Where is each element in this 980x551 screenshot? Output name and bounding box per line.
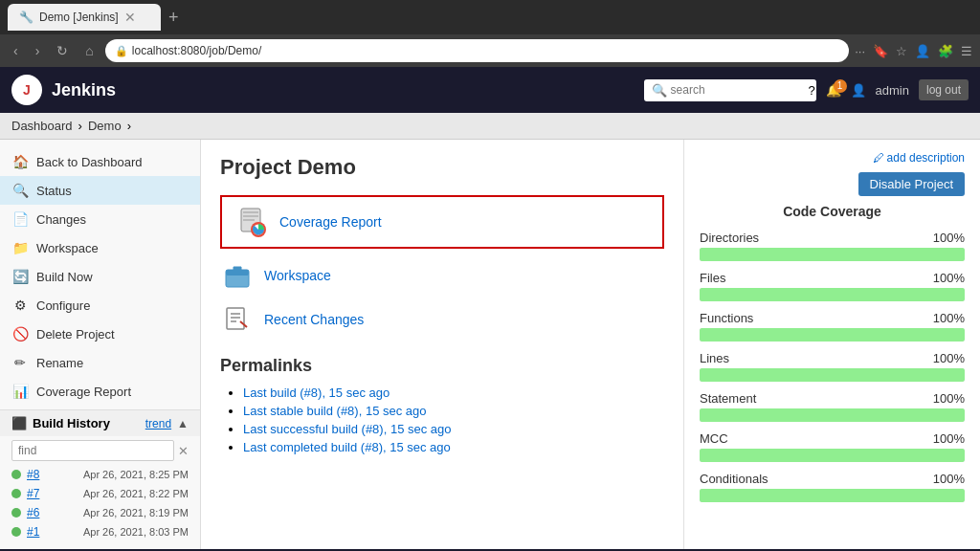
tab-favicon: 🔧 [19, 11, 33, 24]
sidebar-item-workspace[interactable]: 📁Workspace [0, 233, 200, 262]
nav-bookmark-icon[interactable]: 🔖 [873, 44, 888, 58]
recent-changes-item[interactable]: Recent Changes [220, 302, 664, 337]
build-list-item: #8Apr 26, 2021, 8:25 PM [0, 465, 200, 484]
nav-menu-icon[interactable]: ☰ [961, 44, 972, 58]
coverage-bar-bg-lines [700, 368, 965, 382]
coverage-row-statement: Statement 100% [700, 391, 965, 422]
coverage-row-directories: Directories 100% [700, 231, 965, 261]
content-area: Project Demo Coverage Report [201, 140, 683, 549]
sidebar-item-build-now[interactable]: 🔄Build Now [0, 262, 200, 291]
coverage-bar-fill-files [700, 288, 965, 301]
address-bar[interactable]: 🔒 localhost:8080/job/Demo/ [105, 39, 849, 62]
sidebar-label-changes: Changes [36, 212, 86, 227]
coverage-row-functions: Functions 100% [700, 311, 965, 342]
main-layout: 🏠Back to Dashboard🔍Status📄Changes📁Worksp… [0, 140, 980, 549]
sidebar-label-coverage-report: Coverage Report [36, 385, 131, 399]
build-find-input[interactable] [11, 440, 174, 461]
breadcrumb-dashboard[interactable]: Dashboard [11, 119, 73, 133]
forward-button[interactable]: › [30, 41, 46, 60]
new-tab-button[interactable]: + [168, 8, 179, 28]
sidebar-item-status[interactable]: 🔍Status [0, 176, 200, 205]
build-date: Apr 26, 2021, 8:03 PM [83, 526, 189, 538]
build-number-link[interactable]: #7 [27, 487, 39, 500]
coverage-bar-fill-statement [700, 408, 965, 422]
build-history-collapse[interactable]: ▲ [177, 417, 189, 430]
coverage-bar-bg-mcc [700, 449, 965, 462]
coverage-bar-fill-mcc [700, 449, 965, 462]
breadcrumb-sep2: › [127, 119, 131, 133]
svg-rect-1 [243, 211, 258, 213]
browser-tab-active[interactable]: 🔧 Demo [Jenkins] ✕ [8, 4, 161, 31]
coverage-label-functions: Functions [700, 311, 753, 325]
sidebar-label-status: Status [36, 184, 72, 198]
permalinks-title: Permalinks [220, 356, 664, 376]
build-list-item: #6Apr 26, 2021, 8:19 PM [0, 503, 200, 522]
permalink-link[interactable]: Last build (#8), 15 sec ago [243, 386, 390, 400]
sidebar-icon-configure: ⚙ [11, 297, 29, 314]
build-date: Apr 26, 2021, 8:25 PM [83, 469, 189, 480]
coverage-bar-fill-conditionals [700, 489, 965, 502]
home-button[interactable]: ⌂ [79, 41, 99, 60]
sidebar-item-changes[interactable]: 📄Changes [0, 205, 200, 233]
workspace-item[interactable]: Workspace [220, 258, 664, 293]
workspace-link[interactable]: Workspace [264, 268, 331, 283]
address-text: localhost:8080/job/Demo/ [132, 44, 261, 57]
add-description-link[interactable]: 🖊 add description [873, 151, 965, 165]
build-number-link[interactable]: #6 [27, 506, 39, 519]
permalink-link[interactable]: Last successful build (#8), 15 sec ago [243, 422, 452, 436]
user-name[interactable]: admin [876, 83, 909, 98]
permalink-link[interactable]: Last completed build (#8), 15 sec ago [243, 440, 451, 454]
build-history-icon: ⬛ [11, 416, 27, 430]
coverage-bar-fill-directories [700, 248, 965, 261]
build-history-trend-link[interactable]: trend [145, 417, 171, 430]
nav-extensions-icon[interactable]: 🧩 [938, 44, 953, 58]
permalink-item: Last completed build (#8), 15 sec ago [243, 440, 664, 454]
sidebar-icon-build-now: 🔄 [11, 268, 29, 285]
coverage-pct-lines: 100% [933, 351, 965, 365]
sidebar-label-configure: Configure [36, 298, 90, 313]
build-find-clear-button[interactable]: ✕ [178, 444, 189, 458]
coverage-label-statement: Statement [700, 391, 756, 406]
add-desc-icon: 🖊 [873, 151, 884, 165]
refresh-button[interactable]: ↻ [51, 41, 74, 60]
logout-button[interactable]: log out [919, 79, 969, 100]
coverage-label-conditionals: Conditionals [700, 472, 768, 486]
nav-star-icon[interactable]: ☆ [896, 44, 907, 58]
build-status-dot [11, 508, 21, 518]
sidebar-item-rename[interactable]: ✏Rename [0, 348, 200, 377]
breadcrumb-demo[interactable]: Demo [88, 119, 122, 133]
coverage-actions: 🖊 add description [700, 151, 965, 165]
coverage-report-item[interactable]: Coverage Report [220, 195, 664, 249]
notification-bell[interactable]: 🔔 1 [826, 83, 841, 98]
sidebar-item-back-to-dashboard[interactable]: 🏠Back to Dashboard [0, 147, 200, 176]
search-help-icon[interactable]: ? [809, 83, 815, 98]
build-number-link[interactable]: #8 [27, 468, 39, 481]
coverage-pct-mcc: 100% [933, 431, 965, 446]
search-input[interactable] [671, 83, 805, 97]
sidebar-item-delete-project[interactable]: 🚫Delete Project [0, 320, 200, 348]
nav-bar: ‹ › ↻ ⌂ 🔒 localhost:8080/job/Demo/ ··· 🔖… [0, 34, 980, 67]
permalink-link[interactable]: Last stable build (#8), 15 sec ago [243, 404, 427, 418]
tab-close-button[interactable]: ✕ [124, 10, 136, 25]
build-number-link[interactable]: #1 [27, 525, 39, 539]
nav-profile-icon[interactable]: 👤 [915, 44, 930, 58]
build-history-section: ⬛ Build History trend ▲ [0, 409, 200, 436]
sidebar-item-coverage-report[interactable]: 📊Coverage Report [0, 377, 200, 406]
recent-changes-link[interactable]: Recent Changes [264, 312, 364, 327]
coverage-report-link[interactable]: Coverage Report [279, 214, 382, 230]
breadcrumb-sep1: › [78, 119, 82, 133]
coverage-label-lines: Lines [700, 351, 729, 365]
coverage-bar-bg-statement [700, 408, 965, 422]
back-button[interactable]: ‹ [8, 41, 24, 60]
coverage-metrics-container: Directories 100% Files 100% Functions 10… [700, 231, 965, 502]
nav-extra-dots[interactable]: ··· [855, 44, 865, 58]
sidebar-label-rename: Rename [36, 356, 83, 370]
search-box[interactable]: 🔍 ? [644, 79, 816, 101]
sidebar-label-workspace: Workspace [36, 241, 99, 255]
search-icon: 🔍 [652, 83, 667, 98]
sidebar-items-container: 🏠Back to Dashboard🔍Status📄Changes📁Worksp… [0, 147, 200, 406]
sidebar-item-configure[interactable]: ⚙Configure [0, 291, 200, 320]
jenkins-header: J Jenkins 🔍 ? 🔔 1 👤 admin log out [0, 67, 980, 113]
jenkins-logo: J [11, 75, 42, 105]
disable-project-button[interactable]: Disable Project [858, 172, 965, 196]
